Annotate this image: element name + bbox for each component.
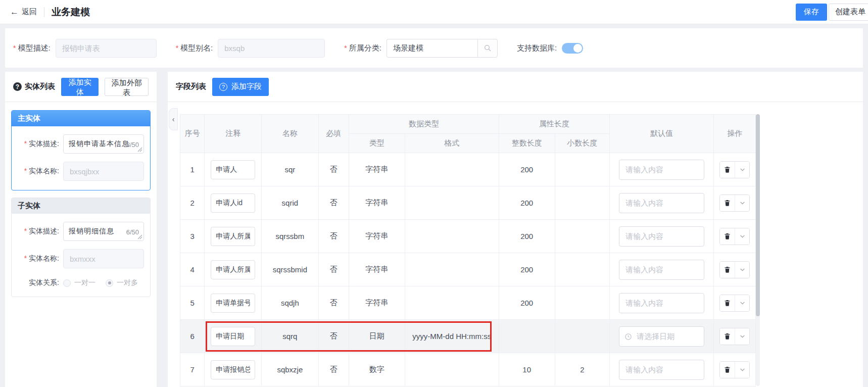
- field-name-cell: sqdjh: [261, 286, 318, 320]
- db-support-toggle[interactable]: [562, 43, 583, 54]
- field-required-cell: 否: [318, 186, 349, 220]
- save-button[interactable]: 保存: [796, 4, 827, 21]
- sub-entity-desc-input[interactable]: 报销明细信息 6/50: [63, 222, 144, 241]
- category-input[interactable]: [387, 39, 477, 58]
- row-more-button[interactable]: [735, 195, 749, 211]
- entity-cards: 主实体 *实体描述: 报销申请基本信息 8/50 *实体名: [5, 102, 157, 312]
- default-input-wrap: [619, 326, 704, 347]
- default-value-cell: [610, 320, 714, 353]
- field-format-cell: [405, 253, 499, 286]
- entity-panel-header: ? 实体列表 添加实体 添加外部表: [5, 72, 157, 102]
- category-search-button[interactable]: [477, 39, 498, 58]
- field-table-area: 序号 注释 名称 必填 数据类型 属性长度 默认值 操作 类型 格式: [168, 102, 863, 386]
- field-comment-input[interactable]: [211, 227, 255, 246]
- field-type-cell: 字符串: [349, 286, 405, 320]
- back-button[interactable]: ← 返回: [10, 7, 37, 17]
- toggle-knob: [573, 44, 582, 53]
- row-more-button[interactable]: [735, 228, 749, 245]
- delete-field-button[interactable]: [720, 195, 735, 211]
- field-comment-input[interactable]: [211, 194, 255, 213]
- default-value-input[interactable]: [619, 193, 704, 213]
- comment-cell: [205, 353, 262, 386]
- trash-icon: [724, 232, 731, 240]
- col-header-name: 名称: [261, 115, 318, 153]
- entity-panel: ? 实体列表 添加实体 添加外部表 主实体 *实体描述: 报销申请基本信息 8/…: [5, 72, 157, 387]
- add-entity-button[interactable]: 添加实体: [61, 78, 99, 96]
- chevron-down-icon: [739, 366, 746, 373]
- collapse-panel-button[interactable]: ‹: [169, 108, 178, 130]
- resize-handle-icon[interactable]: [137, 147, 142, 152]
- row-actions: [719, 295, 750, 312]
- default-value-cell: [610, 286, 714, 320]
- field-comment-input[interactable]: [211, 294, 255, 313]
- field-dec-length-cell: [555, 220, 610, 253]
- radio-checked-icon: [106, 279, 113, 287]
- field-required-cell: 否: [318, 320, 349, 353]
- field-type-cell: 字符串: [349, 253, 405, 286]
- field-required-cell: 否: [318, 220, 349, 253]
- default-input-wrap: [619, 260, 704, 280]
- model-form: *模型描述: *模型别名: *所属分类: 支持数据库:: [5, 28, 863, 68]
- chevron-down-icon: [739, 166, 746, 173]
- scrollbar-thumb[interactable]: [756, 114, 760, 316]
- delete-field-button[interactable]: [720, 328, 735, 345]
- entity-name-label: *实体名称:: [16, 167, 59, 176]
- delete-field-button[interactable]: [720, 295, 735, 311]
- row-more-button[interactable]: [735, 162, 749, 178]
- field-type-cell: 数字: [349, 353, 405, 386]
- row-more-button[interactable]: [735, 262, 749, 278]
- delete-field-button[interactable]: [720, 162, 735, 178]
- default-value-input[interactable]: [619, 226, 704, 247]
- delete-field-button[interactable]: [720, 362, 735, 378]
- table-row: 2sqrid否字符串200: [180, 186, 756, 220]
- row-index-cell: 7: [180, 353, 205, 386]
- field-type-cell: 字符串: [349, 153, 405, 186]
- row-actions: [719, 161, 750, 178]
- row-more-button[interactable]: [735, 362, 749, 378]
- add-field-button[interactable]: ? 添加字段: [212, 78, 269, 96]
- ops-cell: [714, 286, 756, 320]
- ops-cell: [714, 186, 756, 220]
- add-external-table-button[interactable]: 添加外部表: [105, 78, 149, 96]
- default-value-input[interactable]: [619, 160, 704, 180]
- back-arrow-icon: ←: [10, 8, 19, 16]
- field-comment-input[interactable]: [211, 327, 255, 346]
- field-format-cell: [405, 220, 499, 253]
- field-format-cell: [405, 353, 499, 386]
- entity-desc-label: *实体描述:: [16, 139, 59, 149]
- create-form-button[interactable]: 创建表单: [829, 4, 868, 21]
- required-mark: *: [344, 44, 347, 52]
- table-row: 5sqdjh否字符串200: [180, 286, 756, 320]
- field-name-cell: sqrssbm: [261, 220, 318, 253]
- required-mark: *: [24, 139, 27, 148]
- default-value-input[interactable]: [619, 293, 704, 313]
- default-value-input[interactable]: [619, 260, 704, 280]
- comment-cell: [205, 186, 262, 220]
- main-entity-desc-input[interactable]: 报销申请基本信息 8/50: [63, 134, 144, 154]
- default-value-cell: [610, 186, 714, 220]
- divider: [44, 7, 44, 17]
- field-comment-input[interactable]: [211, 160, 255, 179]
- entity-panel-title: 实体列表: [25, 82, 55, 91]
- row-more-button[interactable]: [735, 328, 749, 345]
- required-mark: *: [24, 227, 27, 235]
- model-desc-input: [56, 39, 157, 58]
- field-comment-input[interactable]: [211, 360, 255, 379]
- delete-field-button[interactable]: [720, 262, 735, 278]
- field-required-cell: 否: [318, 153, 349, 186]
- comment-cell: [205, 153, 262, 186]
- clock-icon: [624, 333, 632, 341]
- help-icon: ?: [219, 83, 227, 91]
- default-value-input[interactable]: [619, 360, 704, 380]
- row-more-button[interactable]: [735, 295, 749, 311]
- delete-field-button[interactable]: [720, 228, 735, 245]
- col-header-ops: 操作: [714, 115, 756, 153]
- field-comment-input[interactable]: [211, 260, 255, 279]
- main-entity-desc-value: 报销申请基本信息: [69, 139, 129, 149]
- col-header-format: 格式: [405, 134, 499, 153]
- resize-handle-icon[interactable]: [137, 234, 142, 239]
- table-row: 3sqrssbm否字符串200: [180, 220, 756, 253]
- topbar: ← 返回 业务建模 保存 创建表单: [0, 0, 868, 24]
- default-input-wrap: [619, 293, 704, 313]
- sub-entity-title: 子实体: [12, 198, 150, 214]
